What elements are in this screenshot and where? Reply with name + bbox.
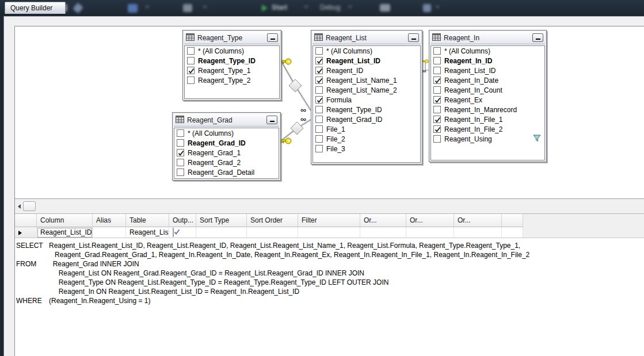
- pencil-icon[interactable]: [73, 2, 83, 13]
- field-checkbox[interactable]: [433, 57, 441, 64]
- field-row[interactable]: File_1: [313, 124, 420, 134]
- table-panel-header[interactable]: Reagent_Type: [184, 32, 280, 44]
- field-checkbox[interactable]: [315, 106, 323, 113]
- minimize-button[interactable]: [408, 33, 419, 42]
- field-row[interactable]: Reagent_Type_2: [185, 75, 279, 85]
- minimize-button[interactable]: [267, 33, 278, 42]
- chevron-down-icon[interactable]: [348, 6, 352, 9]
- undo-icon[interactable]: [128, 4, 138, 13]
- grid-column-header-sortorder[interactable]: Sort Order: [247, 214, 298, 227]
- field-row[interactable]: Reagent_List_ID: [431, 66, 544, 75]
- field-checkbox[interactable]: [187, 67, 195, 74]
- field-checkbox[interactable]: [433, 67, 441, 74]
- grid-cell-or2[interactable]: [406, 227, 454, 238]
- grid-column-header-or[interactable]: Or...: [454, 214, 502, 227]
- diagram-pane[interactable]: ∞ ∞: [15, 26, 644, 198]
- field-checkbox[interactable]: [433, 106, 441, 113]
- field-row[interactable]: Reagent_Type_ID: [313, 105, 420, 114]
- grid-cell-column[interactable]: Reagent_List_ID: [37, 227, 93, 238]
- grid-column-header-filter[interactable]: Filter: [298, 214, 360, 227]
- table-panel-reagent_in[interactable]: Reagent_In* (All Columns)Reagent_In_IDRe…: [429, 30, 547, 162]
- grid-column-header[interactable]: [15, 214, 37, 227]
- field-checkbox[interactable]: [315, 57, 323, 64]
- join-list-in[interactable]: ∞: [422, 59, 429, 74]
- field-checkbox[interactable]: [177, 169, 184, 176]
- grid-column-header[interactable]: [502, 214, 523, 227]
- field-checkbox[interactable]: [315, 125, 323, 133]
- grid-cell-output[interactable]: [169, 227, 196, 238]
- grid-column-header-outp[interactable]: Outp...: [169, 214, 196, 227]
- flag-icon[interactable]: [423, 4, 431, 12]
- field-checkbox[interactable]: [433, 96, 441, 104]
- window-icon[interactable]: [380, 4, 390, 12]
- grid-cell-table[interactable]: Reagent_List: [126, 227, 169, 238]
- start-play-icon[interactable]: [262, 5, 268, 12]
- grid-cell-or1[interactable]: [360, 227, 406, 238]
- table-panel-header[interactable]: Reagent_Grad: [174, 114, 279, 127]
- field-row[interactable]: File_3: [313, 144, 420, 154]
- table-panel-reagent_type[interactable]: Reagent_Type* (All Columns)Reagent_Type_…: [182, 30, 281, 101]
- table-panel-reagent_list[interactable]: Reagent_List* (All Columns)Reagent_List_…: [311, 30, 422, 164]
- field-checkbox[interactable]: [433, 116, 441, 123]
- field-row[interactable]: Reagent_In_Manrecord: [431, 105, 544, 114]
- field-row[interactable]: Reagent_In_File_2: [431, 124, 544, 134]
- field-row[interactable]: Reagent_Grad_1: [174, 148, 279, 158]
- field-row[interactable]: Reagent_Grad_2: [174, 158, 279, 167]
- grid-column-header-column[interactable]: Column: [37, 214, 93, 227]
- field-row[interactable]: File_2: [313, 134, 420, 144]
- field-row[interactable]: * (All Columns): [431, 46, 544, 56]
- field-checkbox[interactable]: [315, 67, 323, 74]
- field-row[interactable]: Reagent_In_File_1: [431, 114, 544, 124]
- field-checkbox[interactable]: [433, 135, 441, 143]
- field-row[interactable]: Reagent_Type_1: [185, 66, 279, 75]
- field-checkbox[interactable]: [187, 76, 195, 84]
- field-row[interactable]: * (All Columns): [313, 46, 420, 56]
- tool-icon[interactable]: [183, 4, 192, 12]
- field-row[interactable]: Reagent_List_Name_1: [313, 75, 420, 85]
- grid-column-header-or[interactable]: Or...: [360, 214, 406, 227]
- grid-column-header-sorttype[interactable]: Sort Type: [196, 214, 247, 227]
- grid-column-header-or[interactable]: Or...: [406, 214, 454, 227]
- field-row[interactable]: * (All Columns): [185, 46, 279, 56]
- join-type-list[interactable]: ∞: [279, 59, 311, 114]
- field-checkbox[interactable]: [315, 96, 323, 104]
- field-checkbox[interactable]: [315, 76, 323, 84]
- table-panel-header[interactable]: Reagent_List: [313, 32, 421, 44]
- grid-cell-or3[interactable]: [454, 227, 502, 238]
- field-checkbox[interactable]: [315, 47, 323, 55]
- field-row[interactable]: Formula: [313, 95, 420, 105]
- field-row[interactable]: Reagent_Grad_ID: [313, 114, 420, 124]
- field-checkbox[interactable]: [187, 47, 195, 55]
- grid-cell-sort_type[interactable]: [196, 227, 247, 238]
- field-row[interactable]: Reagent_Grad_ID: [174, 138, 279, 148]
- chevron-down-icon[interactable]: [203, 6, 207, 9]
- chevron-down-icon[interactable]: [304, 6, 308, 9]
- sql-pane[interactable]: SELECTReagent_List.Reagent_List_ID, Reag…: [15, 238, 644, 356]
- field-checkbox[interactable]: [433, 86, 441, 94]
- field-row[interactable]: Reagent_In_Count: [431, 85, 544, 95]
- table-panel-header[interactable]: Reagent_In: [430, 32, 545, 44]
- field-row[interactable]: Reagent_Grad_Detail: [174, 167, 279, 177]
- output-checkbox[interactable]: [173, 228, 174, 237]
- field-checkbox[interactable]: [177, 139, 184, 147]
- field-checkbox[interactable]: [187, 57, 195, 64]
- field-checkbox[interactable]: [433, 125, 441, 133]
- field-checkbox[interactable]: [315, 86, 323, 94]
- grid-cell-alias[interactable]: [93, 227, 126, 238]
- field-row[interactable]: Reagent_Ex: [431, 95, 544, 105]
- field-row[interactable]: Reagent_Using: [431, 134, 544, 144]
- debug-dropdown[interactable]: Debug: [320, 3, 340, 12]
- field-checkbox[interactable]: [315, 135, 323, 143]
- field-checkbox[interactable]: [177, 159, 184, 166]
- row-selector[interactable]: [15, 227, 37, 238]
- grid-cell-filter[interactable]: [298, 227, 360, 238]
- grid-column-header-alias[interactable]: Alias: [93, 214, 126, 227]
- chevron-down-icon[interactable]: [145, 6, 150, 9]
- field-checkbox[interactable]: [315, 145, 323, 152]
- start-button[interactable]: Start: [272, 3, 287, 12]
- field-checkbox[interactable]: [177, 149, 184, 156]
- grid-cell[interactable]: [502, 227, 523, 238]
- table-panel-reagent_grad[interactable]: Reagent_Grad* (All Columns)Reagent_Grad_…: [172, 112, 281, 181]
- field-checkbox[interactable]: [177, 129, 184, 137]
- field-row[interactable]: Reagent_List_ID: [313, 56, 420, 66]
